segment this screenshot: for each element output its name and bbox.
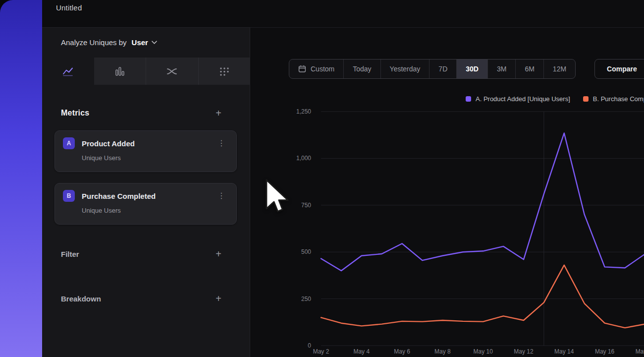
range-label: Yesterday [390,65,421,73]
x-axis-label: May 2 [313,348,329,355]
chart-type-tabs [42,58,250,85]
y-axis-label: 500 [301,248,311,255]
tab-grid[interactable] [198,58,251,85]
x-axis-label: May 4 [353,348,370,355]
x-axis-label: May 6 [394,348,410,355]
metric-card-row: A Product Added ⋮ [63,137,228,149]
range-button-30d[interactable]: 30D [456,60,487,78]
filter-row: Filter + [61,248,224,260]
x-axis-label: May 18 [636,348,644,355]
range-button-7d[interactable]: 7D [429,60,456,78]
analyze-value: User [132,38,148,47]
y-axis-label: 250 [301,296,311,302]
kebab-icon: ⋮ [217,191,225,200]
date-range-toolbar: CustomTodayYesterday7D30D3M6M12M Compare [289,59,644,79]
series-line-b [321,265,644,328]
add-breakdown-button[interactable]: + [213,293,224,304]
range-button-12m[interactable]: 12M [543,60,575,78]
tab-bar-chart[interactable] [94,58,146,85]
range-label: 12M [553,65,566,73]
y-axis-label: 0 [308,342,311,349]
plus-icon: + [215,294,221,303]
document-title[interactable]: Untitled [56,3,82,12]
analyze-header: Analyze Uniques by User [61,38,157,47]
x-axis-label: May 14 [554,348,574,355]
metric-badge: B [63,190,75,202]
metric-card-b[interactable]: B Purchase Completed ⋮ Unique Users [54,183,237,225]
series-line-a [321,133,644,271]
legend-swatch [583,96,589,102]
range-group: CustomTodayYesterday7D30D3M6M12M [289,59,576,79]
metrics-header: Metrics + [61,107,224,119]
range-button-today[interactable]: Today [343,60,380,78]
app-window: Untitled Analyze Uniques by User [42,0,644,357]
calendar-icon [298,65,306,73]
metric-measure[interactable]: Unique Users [82,207,228,214]
y-axis-label: 1,000 [296,155,311,162]
metric-card-row: B Purchase Completed ⋮ [63,190,228,202]
add-filter-button[interactable]: + [213,248,224,260]
x-axis-label: May 12 [514,348,534,355]
legend-item[interactable]: B. Purchase Completed [Unique Users] [583,95,644,103]
metric-options-button[interactable]: ⋮ [215,191,228,201]
metric-measure[interactable]: Unique Users [82,154,228,162]
range-button-custom[interactable]: Custom [289,60,343,78]
x-axis-label: May 8 [434,348,451,355]
chart-legend: A. Product Added [Unique Users]B. Purcha… [466,95,644,103]
bar-chart-icon [114,65,126,77]
grid-dots-icon [218,65,230,77]
analyze-user-selector[interactable]: User [132,38,157,47]
range-label: 6M [525,65,534,73]
chevron-down-icon [152,41,157,44]
legend-label: A. Product Added [Unique Users] [476,95,570,103]
legend-item[interactable]: A. Product Added [Unique Users] [466,95,570,103]
metric-name: Product Added [82,139,135,148]
breakdown-label: Breakdown [61,295,101,303]
x-axis-label: May 16 [595,348,615,355]
plus-icon: + [215,249,221,259]
y-axis-label: 750 [301,202,311,209]
range-button-6m[interactable]: 6M [515,60,543,78]
metric-name: Purchase Completed [82,192,156,200]
tab-flow-chart[interactable] [146,58,198,85]
line-chart[interactable]: 02505007501,0001,250May 2May 4May 6May 8… [250,105,644,357]
legend-label: B. Purchase Completed [Unique Users] [593,95,644,103]
y-axis-label: 1,250 [296,108,311,115]
flow-icon [166,65,178,77]
topbar: Untitled [42,0,644,27]
metric-card-a[interactable]: A Product Added ⋮ Unique Users [54,130,237,172]
range-label: 30D [466,65,479,73]
kebab-icon: ⋮ [217,139,225,147]
wallpaper-gradient [0,0,42,357]
compare-button[interactable]: Compare [594,59,644,79]
range-button-3m[interactable]: 3M [487,60,515,78]
range-button-yesterday[interactable]: Yesterday [380,60,429,78]
sidebar: Analyze Uniques by User [42,27,250,357]
metric-badge: A [63,137,75,149]
screen: Untitled Analyze Uniques by User [0,0,644,357]
metric-options-button[interactable]: ⋮ [215,138,228,148]
analyze-label: Analyze Uniques by [61,38,127,47]
range-label: Custom [311,65,334,73]
range-label: Today [353,65,371,73]
line-chart-icon [62,65,74,77]
range-label: 7D [438,65,447,73]
x-axis-label: May 10 [474,348,493,355]
main-chart-area: CustomTodayYesterday7D30D3M6M12M Compare… [250,27,644,357]
range-label: 3M [497,65,506,73]
metrics-title: Metrics [61,109,89,118]
mouse-cursor [266,179,289,214]
plus-icon: + [215,108,221,118]
tab-line-chart[interactable] [42,58,94,85]
filter-label: Filter [61,250,79,258]
legend-swatch [466,96,471,102]
add-metric-button[interactable]: + [213,107,224,119]
breakdown-row: Breakdown + [61,293,224,304]
